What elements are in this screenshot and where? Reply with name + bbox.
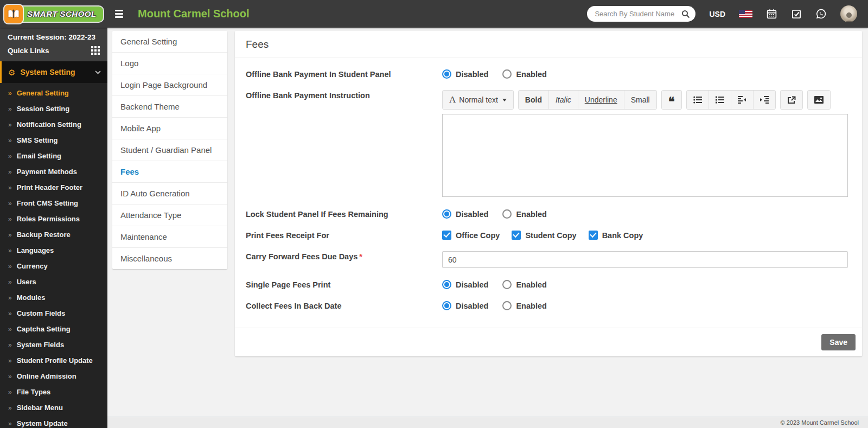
italic-button[interactable]: Italic (548, 91, 578, 109)
brand-name-pill: SMART SCHOOL (18, 7, 103, 22)
small-button[interactable]: Small (624, 91, 656, 109)
tab-student-guardian-panel[interactable]: Student / Guardian Panel (112, 139, 227, 161)
language-flag-icon[interactable] (739, 10, 752, 18)
radio-button-icon[interactable] (442, 209, 451, 219)
sidebar-section-system-setting[interactable]: ⚙ System Setting (0, 61, 107, 83)
sidebar-item-student-profile-update[interactable]: »Student Profile Update (0, 353, 107, 368)
instruction-editor-textarea[interactable] (442, 114, 848, 197)
ordered-list-button[interactable] (709, 91, 731, 109)
sidebar-item-system-fields[interactable]: »System Fields (0, 337, 107, 353)
radio-disabled[interactable]: Disabled (442, 209, 488, 219)
tab-general-setting[interactable]: General Setting (112, 31, 227, 53)
tab-maintenance[interactable]: Maintenance (112, 226, 227, 248)
tab-miscellaneous[interactable]: Miscellaneous (112, 248, 227, 269)
tab-mobile-app[interactable]: Mobile App (112, 118, 227, 139)
radio-button-icon[interactable] (442, 280, 451, 289)
unordered-list-button[interactable] (687, 91, 709, 109)
double-chevron-icon: » (8, 389, 12, 395)
quote-icon: ❝ (668, 95, 675, 105)
sidebar-item-print-header-footer[interactable]: »Print Header Footer (0, 180, 107, 195)
sidebar-item-currency[interactable]: »Currency (0, 258, 107, 274)
tab-backend-theme[interactable]: Backend Theme (112, 96, 227, 118)
double-chevron-icon: » (8, 342, 12, 348)
radio-button-icon[interactable] (502, 69, 512, 79)
page-title: Fees (246, 39, 849, 50)
radio-button-icon[interactable] (442, 69, 451, 79)
sidebar-item-custom-fields[interactable]: »Custom Fields (0, 305, 107, 321)
radio-disabled[interactable]: Disabled (442, 301, 488, 310)
radio-button-icon[interactable] (502, 209, 512, 219)
radio-disabled[interactable]: Disabled (442, 280, 488, 289)
radio-enabled[interactable]: Enabled (502, 209, 546, 219)
tasks-check-icon[interactable] (791, 9, 802, 20)
double-chevron-icon: » (8, 357, 12, 364)
sidebar-item-roles-permissions[interactable]: »Roles Permissions (0, 211, 107, 227)
radio-button-icon[interactable] (442, 301, 451, 310)
search-icon[interactable] (681, 10, 690, 18)
checkbox-icon[interactable] (512, 231, 521, 240)
radio-disabled[interactable]: Disabled (442, 69, 488, 79)
blockquote-button[interactable]: ❝ (662, 91, 681, 109)
grid-icon[interactable] (91, 46, 100, 55)
radio-enabled[interactable]: Enabled (502, 301, 546, 310)
checkbox-student-copy[interactable]: Student Copy (512, 231, 576, 240)
menu-toggle-icon[interactable] (114, 8, 126, 20)
sidebar-item-file-types[interactable]: »File Types (0, 384, 107, 400)
sidebar-menu: »General Setting »Session Setting »Notif… (0, 83, 107, 428)
bold-button[interactable]: Bold (519, 91, 548, 109)
currency-selector[interactable]: USD (709, 10, 725, 18)
sidebar-item-online-admission[interactable]: »Online Admission (0, 368, 107, 384)
checkbox-office-copy[interactable]: Office Copy (442, 231, 500, 240)
sidebar-item-sidebar-menu[interactable]: »Sidebar Menu (0, 400, 107, 416)
picture-icon (814, 96, 824, 104)
sidebar-item-users[interactable]: »Users (0, 274, 107, 290)
gear-icon: ⚙ (8, 68, 15, 76)
outdent-button[interactable] (731, 91, 753, 109)
student-search[interactable] (587, 6, 695, 22)
checkbox-bank-copy[interactable]: Bank Copy (589, 231, 643, 240)
brand-area[interactable]: SMART SCHOOL (0, 5, 107, 23)
font-style-icon: A (449, 94, 456, 105)
row-offline-bank-payment: Offline Bank Payment In Student Panel Di… (246, 69, 848, 79)
underline-button[interactable]: Underline (578, 91, 624, 109)
radio-button-icon[interactable] (502, 301, 512, 310)
calendar-icon[interactable] (766, 8, 777, 20)
indent-button[interactable] (753, 91, 775, 109)
insert-link-button[interactable] (781, 91, 802, 109)
font-style-dropdown[interactable]: A Normal text (443, 91, 513, 109)
tab-logo[interactable]: Logo (112, 53, 227, 74)
sidebar-item-email-setting[interactable]: »Email Setting (0, 148, 107, 164)
field-label: Offline Bank Payment Instruction (246, 90, 442, 100)
sidebar-item-session-setting[interactable]: »Session Setting (0, 101, 107, 117)
whatsapp-icon[interactable] (815, 8, 827, 20)
search-input[interactable] (595, 10, 681, 18)
double-chevron-icon: » (8, 405, 12, 411)
double-chevron-icon: » (8, 263, 12, 270)
user-avatar[interactable] (840, 5, 857, 22)
carry-forward-days-input[interactable] (442, 251, 848, 268)
tab-fees[interactable]: Fees (112, 161, 227, 183)
tab-login-page-background[interactable]: Login Page Background (112, 74, 227, 96)
radio-button-icon[interactable] (502, 280, 512, 289)
sidebar-item-sms-setting[interactable]: »SMS Setting (0, 132, 107, 148)
sidebar-item-system-update[interactable]: »System Update (0, 416, 107, 428)
sidebar-item-payment-methods[interactable]: »Payment Methods (0, 164, 107, 180)
sidebar-item-modules[interactable]: »Modules (0, 290, 107, 305)
save-button[interactable]: Save (821, 334, 856, 350)
sidebar-item-backup-restore[interactable]: »Backup Restore (0, 227, 107, 242)
indent-icon (760, 96, 769, 104)
checkbox-icon[interactable] (442, 231, 451, 240)
tab-id-auto-generation[interactable]: ID Auto Generation (112, 183, 227, 205)
checkbox-icon[interactable] (589, 231, 598, 240)
sidebar-item-captcha-setting[interactable]: »Captcha Setting (0, 321, 107, 337)
sidebar-item-languages[interactable]: »Languages (0, 242, 107, 258)
sidebar-item-front-cms-setting[interactable]: »Front CMS Setting (0, 195, 107, 211)
radio-enabled[interactable]: Enabled (502, 69, 546, 79)
insert-image-button[interactable] (808, 91, 830, 109)
double-chevron-icon: » (8, 232, 12, 238)
sidebar-item-general-setting[interactable]: »General Setting (0, 85, 107, 101)
tab-attendance-type[interactable]: Attendance Type (112, 205, 227, 226)
chevron-down-icon (95, 71, 101, 74)
sidebar-item-notification-setting[interactable]: »Notification Setting (0, 117, 107, 132)
radio-enabled[interactable]: Enabled (502, 280, 546, 289)
